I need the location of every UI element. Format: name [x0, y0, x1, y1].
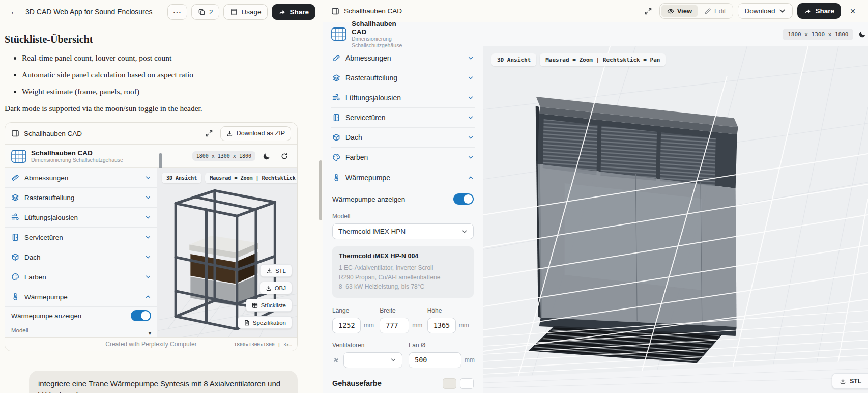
heatpump-toggle-row: Wärmepumpe anzeigen: [331, 187, 475, 205]
download-icon: [266, 268, 272, 274]
thread-title: 3D CAD Web App for Sound Enclosures: [25, 8, 153, 16]
heatpump-visible-toggle[interactable]: [453, 193, 474, 205]
share-button[interactable]: Share: [272, 4, 315, 20]
share-button[interactable]: Share: [797, 3, 841, 19]
eye-icon: [667, 8, 674, 15]
palette-icon: [332, 153, 340, 161]
cube-icon: [11, 253, 19, 261]
download-button[interactable]: Download: [738, 3, 793, 19]
moon-icon: [263, 152, 271, 160]
breite-input[interactable]: [380, 318, 409, 333]
mini-3d-viewport[interactable]: 3D Ansicht Mausrad = Zoom | Rechtsklick …: [158, 168, 297, 337]
gehaeusefarbe-label: Gehäusefarbe: [332, 379, 443, 387]
usage-button[interactable]: Usage: [223, 4, 268, 20]
mini-section-farben[interactable]: Farben: [5, 267, 157, 287]
thread-scrollbar[interactable]: [319, 160, 322, 220]
mini-section-servicetueren[interactable]: Servicetüren: [5, 228, 157, 247]
model-info-line: 1 EC-Axialventilator, Inverter Scroll: [339, 263, 467, 273]
reset-icon: [280, 152, 288, 160]
hoehe-label: Höhe: [427, 307, 475, 314]
mini-section-abmessungen[interactable]: Abmessungen: [5, 168, 157, 188]
view-mode-badge: 3D Ansicht: [162, 173, 201, 183]
mini-section-rasteraufteilung[interactable]: Rasteraufteilung: [5, 188, 157, 208]
section-servicetueren[interactable]: Servicetüren: [331, 108, 475, 128]
app-window-icon: [331, 7, 339, 15]
pencil-icon: [704, 8, 711, 15]
stueckliste-button[interactable]: Stückliste: [246, 299, 292, 312]
export-stl-button[interactable]: STL: [832, 373, 868, 389]
copies-button[interactable]: 2: [191, 4, 220, 20]
fan-diameter-input[interactable]: [409, 352, 461, 368]
color-preset-swatch[interactable]: [443, 378, 456, 389]
expand-icon[interactable]: [202, 127, 216, 140]
expand-icon[interactable]: [642, 5, 655, 18]
section-rasteraufteilung[interactable]: Rasteraufteilung: [331, 68, 475, 88]
usage-label: Usage: [241, 8, 261, 16]
color-preset-swatch[interactable]: [460, 378, 474, 389]
unit-label: mm: [465, 356, 475, 363]
more-button[interactable]: ···: [167, 4, 187, 20]
export-stl-button[interactable]: STL: [260, 264, 292, 277]
laenge-input[interactable]: [332, 318, 361, 333]
spezifikation-button[interactable]: Spezifikation: [238, 316, 292, 329]
mini-heatpump-toggle-row: Wärmepumpe anzeigen: [5, 307, 157, 321]
app-window-icon: [11, 129, 19, 137]
controls-hint-badge: Mausrad = Zoom | Rechtsklick = Pan: [540, 53, 666, 66]
export-obj-button[interactable]: OBJ: [259, 282, 292, 294]
dark-mode-toggle[interactable]: [260, 150, 273, 163]
section-farben[interactable]: Farben: [331, 148, 475, 167]
doc-paragraph: Dark mode is supported via the moon/sun …: [5, 104, 312, 113]
gehaeusefarbe-row: Gehäusefarbe: [331, 378, 475, 389]
section-lueftungsjalousien[interactable]: Lüftungsjalousien: [331, 88, 475, 108]
grid-logo-icon: [331, 27, 346, 41]
calculator-icon: [230, 8, 238, 16]
mini-section-lueftungsjalousien[interactable]: Lüftungsjalousien: [5, 208, 157, 228]
breite-label: Breite: [380, 307, 427, 314]
card-footer: Created with Perplexity Computer 1800x13…: [5, 337, 297, 351]
preview-header: Schallhauben CAD View Edit Download: [323, 0, 868, 22]
chevron-down-icon: [145, 214, 151, 220]
chevron-down-icon: [468, 95, 474, 101]
card-title: Schallhauben CAD: [24, 130, 82, 137]
tab-edit[interactable]: Edit: [698, 5, 732, 17]
download-icon: [266, 285, 272, 291]
toggle-label: Wärmepumpe anzeigen: [332, 195, 453, 203]
chevron-down-icon: [468, 55, 474, 61]
model-label: Modell: [332, 213, 475, 220]
ventilatoren-select[interactable]: [343, 352, 402, 368]
thermometer-icon: [11, 293, 19, 301]
mini-section-dach[interactable]: Dach: [5, 247, 157, 267]
ruler-icon: [332, 54, 340, 62]
fan-diameter-label: Fan Ø: [409, 342, 475, 349]
chevron-down-icon: [390, 357, 396, 363]
tab-view[interactable]: View: [661, 5, 698, 17]
ruler-icon: [11, 174, 19, 182]
chevron-down-icon: [145, 234, 151, 240]
chevron-down-icon: [778, 7, 786, 15]
share-arrow-icon: [804, 7, 812, 15]
dark-mode-toggle[interactable]: [858, 27, 866, 41]
document-content: Stückliste-Übersicht Real-time panel cou…: [0, 23, 323, 113]
mini-section-waermepumpe[interactable]: Wärmepumpe: [5, 287, 157, 307]
section-abmessungen[interactable]: Abmessungen: [331, 48, 475, 68]
thread-panel: ← 3D CAD Web App for Sound Enclosures ··…: [0, 0, 323, 393]
reset-view-button[interactable]: [278, 150, 291, 163]
thread-header: ← 3D CAD Web App for Sound Enclosures ··…: [0, 0, 323, 23]
heatpump-visible-toggle[interactable]: [131, 310, 151, 321]
share-arrow-icon: [278, 8, 286, 16]
main-3d-viewport[interactable]: 3D Ansicht Mausrad = Zoom | Rechtsklick …: [483, 46, 868, 393]
dimensions-badge: 1800 x 1300 x 1800: [192, 151, 255, 161]
scroll-more-icon: ▼: [148, 331, 152, 336]
section-dach[interactable]: Dach: [331, 128, 475, 148]
doc-bullet: Real-time panel count, louver count, pos…: [22, 53, 312, 63]
app-header: Schallhauben CAD Dimensionierung Schalls…: [323, 22, 868, 46]
hoehe-input[interactable]: [427, 318, 456, 333]
dimension-fields: Länge mm Breite mm Höh: [331, 307, 475, 333]
mini-app-name: Schallhauben CAD: [31, 149, 123, 157]
model-info-line: 8–63 kW Heizleistung, bis 78°C: [339, 282, 467, 292]
download-zip-button[interactable]: Download as ZIP: [220, 126, 291, 141]
section-waermepumpe[interactable]: Wärmepumpe: [331, 167, 475, 187]
close-icon[interactable]: ✕: [846, 4, 860, 18]
model-select[interactable]: Thermcold iMEX HPN: [332, 223, 474, 239]
back-icon[interactable]: ←: [7, 5, 21, 19]
